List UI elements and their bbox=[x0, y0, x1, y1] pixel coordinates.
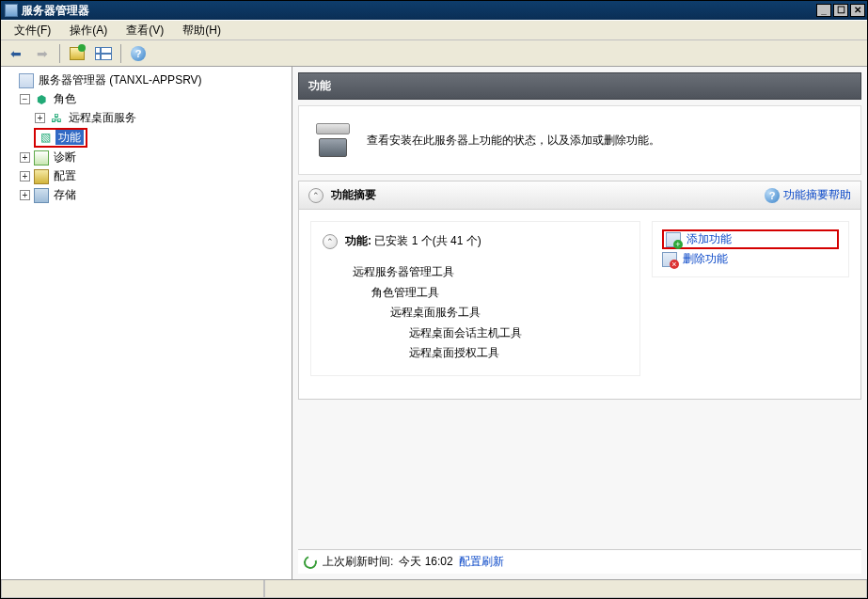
tree-diagnostics[interactable]: + 诊断 bbox=[20, 149, 290, 166]
feature-item: 远程服务器管理工具 bbox=[353, 262, 628, 283]
tree-storage[interactable]: + 存储 bbox=[20, 186, 290, 204]
add-feature-link[interactable]: 添加功能 bbox=[662, 229, 839, 249]
server-icon bbox=[19, 73, 34, 88]
highlight-features: ▧ 功能 bbox=[34, 128, 87, 148]
app-icon bbox=[5, 4, 18, 17]
close-button[interactable]: ✕ bbox=[850, 4, 865, 17]
roles-icon: ⬢ bbox=[34, 92, 49, 107]
nav-forward-button[interactable]: ➡ bbox=[31, 43, 54, 64]
remove-feature-label: 删除功能 bbox=[683, 251, 728, 267]
up-folder-button[interactable] bbox=[66, 43, 88, 64]
installed-tree: 远程服务器管理工具 角色管理工具 远程桌面服务工具 远程桌面会话主机工具 远程桌… bbox=[323, 262, 628, 364]
expand-icon[interactable]: + bbox=[20, 171, 30, 181]
expand-icon[interactable]: + bbox=[35, 113, 45, 123]
refresh-label: 上次刷新时间: bbox=[323, 554, 393, 570]
tree-diagnostics-label: 诊断 bbox=[51, 149, 79, 166]
summary-help-label: 功能摘要帮助 bbox=[783, 187, 851, 203]
toggle-tree-button[interactable] bbox=[92, 43, 115, 64]
window-title: 服务器管理器 bbox=[22, 3, 816, 19]
installed-label: 功能: bbox=[345, 234, 371, 247]
titlebar: 服务器管理器 _ ☐ ✕ bbox=[1, 1, 867, 20]
installed-features: ⌃ 功能: 已安装 1 个(共 41 个) 远程服务器管理工具 角色管理工具 远… bbox=[310, 221, 640, 376]
refresh-time: 今天 16:02 bbox=[399, 554, 452, 570]
feature-item: 角色管理工具 bbox=[353, 283, 628, 304]
summary-title: 功能摘要 bbox=[331, 187, 765, 203]
menubar: 文件(F) 操作(A) 查看(V) 帮助(H) bbox=[1, 20, 867, 40]
tree-roles[interactable]: − ⬢ 角色 bbox=[20, 90, 290, 108]
expand-icon[interactable]: + bbox=[20, 190, 30, 200]
tree-features[interactable]: ▧ 功能 bbox=[20, 128, 290, 148]
help-button[interactable]: ? bbox=[127, 43, 150, 64]
refresh-bar: 上次刷新时间: 今天 16:02 配置刷新 bbox=[298, 549, 861, 574]
remove-feature-icon bbox=[662, 252, 677, 267]
toolbar-separator bbox=[59, 44, 60, 63]
summary-help-link[interactable]: ? 功能摘要帮助 bbox=[765, 187, 851, 203]
rds-icon: 🖧 bbox=[49, 111, 64, 126]
summary-header: ⌃ 功能摘要 ? 功能摘要帮助 bbox=[299, 181, 860, 210]
diagnostics-icon bbox=[34, 150, 49, 166]
tree-features-label: 功能 bbox=[55, 130, 84, 145]
expander-none bbox=[5, 75, 15, 86]
actions-box: 添加功能 删除功能 bbox=[652, 221, 849, 277]
collapse-icon[interactable]: − bbox=[20, 94, 30, 104]
tree-root-label: 服务器管理器 (TANXL-APPSRV) bbox=[36, 71, 205, 89]
menu-action[interactable]: 操作(A) bbox=[60, 21, 117, 40]
server-graphic-icon bbox=[314, 121, 352, 159]
tree-rds[interactable]: + 🖧 远程桌面服务 bbox=[35, 109, 290, 127]
status-cell bbox=[1, 580, 264, 598]
summary-body: ⌃ 功能: 已安装 1 个(共 41 个) 远程服务器管理工具 角色管理工具 远… bbox=[299, 210, 860, 399]
tree-roles-label: 角色 bbox=[51, 90, 79, 108]
minimize-button[interactable]: _ bbox=[816, 4, 831, 17]
statusbar bbox=[1, 579, 867, 598]
nav-back-button[interactable]: ⬅ bbox=[5, 43, 27, 64]
tree-panel[interactable]: 服务器管理器 (TANXL-APPSRV) − ⬢ 角色 + bbox=[1, 67, 292, 579]
intro-box: 查看安装在此服务器上功能的状态，以及添加或删除功能。 bbox=[298, 105, 861, 175]
menu-view[interactable]: 查看(V) bbox=[117, 21, 173, 40]
collapse-toggle[interactable]: ⌃ bbox=[308, 188, 324, 203]
content-header: 功能 bbox=[298, 72, 861, 100]
toolbar: ⬅ ➡ ? bbox=[1, 40, 867, 67]
installed-head: ⌃ 功能: 已安装 1 个(共 41 个) bbox=[323, 233, 628, 249]
help-icon: ? bbox=[765, 188, 780, 203]
tree-storage-label: 存储 bbox=[51, 186, 79, 204]
tree-rds-label: 远程桌面服务 bbox=[66, 109, 139, 127]
arrow-left-icon: ⬅ bbox=[10, 46, 22, 61]
intro-text: 查看安装在此服务器上功能的状态，以及添加或删除功能。 bbox=[367, 133, 660, 149]
content-area: 功能 查看安装在此服务器上功能的状态，以及添加或删除功能。 ⌃ 功能摘要 ? 功… bbox=[292, 67, 867, 579]
summary-panel: ⌃ 功能摘要 ? 功能摘要帮助 ⌃ 功能: 已安装 1 个(共 41 个) 远程… bbox=[298, 181, 861, 400]
config-icon bbox=[34, 169, 49, 184]
tree-config[interactable]: + 配置 bbox=[20, 167, 290, 185]
help-icon: ? bbox=[131, 46, 146, 61]
installed-count: 已安装 1 个(共 41 个) bbox=[374, 234, 481, 247]
folder-up-icon bbox=[70, 47, 85, 60]
arrow-right-icon: ➡ bbox=[37, 46, 48, 61]
add-feature-icon bbox=[666, 232, 681, 247]
add-feature-label: 添加功能 bbox=[687, 231, 732, 247]
configure-refresh-link[interactable]: 配置刷新 bbox=[459, 554, 504, 570]
window-controls: _ ☐ ✕ bbox=[816, 4, 865, 17]
refresh-icon bbox=[302, 553, 320, 571]
client-area: 服务器管理器 (TANXL-APPSRV) − ⬢ 角色 + bbox=[1, 67, 867, 579]
toolbar-separator bbox=[120, 44, 121, 63]
feature-item: 远程桌面会话主机工具 bbox=[353, 323, 628, 344]
status-cell bbox=[264, 580, 867, 598]
menu-file[interactable]: 文件(F) bbox=[5, 21, 60, 40]
tree-view-icon bbox=[95, 47, 112, 60]
features-icon: ▧ bbox=[38, 130, 53, 145]
collapse-toggle[interactable]: ⌃ bbox=[323, 234, 338, 249]
storage-icon bbox=[34, 188, 49, 203]
maximize-button[interactable]: ☐ bbox=[833, 4, 848, 17]
feature-item: 远程桌面服务工具 bbox=[353, 303, 628, 323]
expand-icon[interactable]: + bbox=[20, 152, 30, 163]
feature-item: 远程桌面授权工具 bbox=[353, 343, 628, 364]
tree-root[interactable]: 服务器管理器 (TANXL-APPSRV) bbox=[5, 71, 290, 89]
menu-help[interactable]: 帮助(H) bbox=[173, 21, 230, 40]
tree-config-label: 配置 bbox=[51, 167, 79, 185]
expander-none bbox=[20, 133, 30, 143]
remove-feature-link[interactable]: 删除功能 bbox=[662, 249, 839, 269]
